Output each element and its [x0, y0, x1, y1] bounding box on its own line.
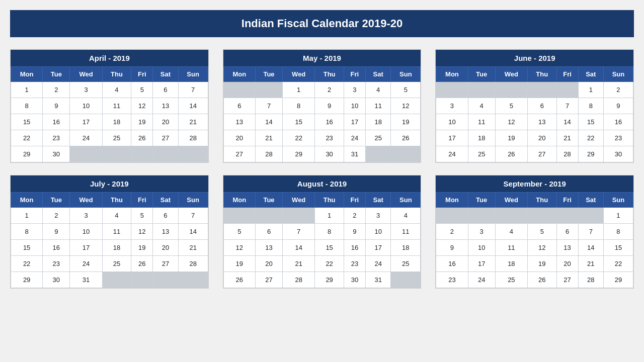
calendar-cell: 5: [391, 82, 421, 98]
calendar-cell: 13: [255, 240, 282, 256]
calendar-cell: [255, 82, 282, 98]
calendar-cell: 26: [495, 146, 527, 162]
calendar-cell: 22: [578, 130, 603, 146]
calendar-cell: 21: [578, 256, 603, 272]
calendar-cell: 18: [365, 114, 390, 130]
calendar-cell: 13: [153, 224, 178, 240]
day-header-thu: Thu: [102, 193, 131, 208]
day-header-sun: Sun: [391, 67, 421, 82]
calendar-cell: 23: [344, 256, 365, 272]
day-header-thu: Thu: [528, 193, 557, 208]
day-header-fri: Fri: [131, 67, 153, 82]
calendar-cell: [102, 272, 131, 288]
calendar-cell: 10: [365, 224, 390, 240]
calendar-cell: 11: [468, 114, 495, 130]
day-header-wed: Wed: [70, 193, 102, 208]
day-header-fri: Fri: [344, 193, 365, 208]
day-header-sat: Sat: [153, 67, 178, 82]
calendar-cell: 29: [315, 272, 344, 288]
calendar-cell: 2: [315, 82, 344, 98]
calendar-cell: 27: [153, 130, 178, 146]
calendar-cell: 10: [344, 98, 365, 114]
calendar-cell: 12: [131, 98, 153, 114]
calendar-cell: 4: [468, 98, 495, 114]
day-header-fri: Fri: [556, 193, 578, 208]
calendar-cell: 21: [283, 256, 315, 272]
calendar-cell: [102, 146, 131, 162]
calendar-may-2019: May - 2019MonTueWedThuFriSatSun123456789…: [223, 49, 422, 163]
calendar-cell: 10: [468, 240, 495, 256]
calendar-cell: 12: [131, 224, 153, 240]
calendar-cell: 14: [283, 240, 315, 256]
day-header-wed: Wed: [70, 67, 102, 82]
day-header-sat: Sat: [578, 67, 603, 82]
calendar-cell: 26: [528, 272, 557, 288]
calendar-cell: 27: [255, 272, 282, 288]
calendar-cell: 5: [131, 208, 153, 224]
calendar-cell: 3: [70, 208, 102, 224]
day-header-fri: Fri: [131, 193, 153, 208]
calendar-cell: 11: [495, 240, 527, 256]
calendar-cell: 8: [315, 224, 344, 240]
calendar-cell: 19: [391, 114, 421, 130]
calendar-june-2019: June - 2019MonTueWedThuFriSatSun12345678…: [435, 49, 634, 163]
calendar-cell: [70, 146, 102, 162]
calendar-cell: 4: [391, 208, 421, 224]
calendar-cell: [153, 272, 178, 288]
calendar-cell: 23: [436, 272, 468, 288]
calendar-title-may-2019: May - 2019: [223, 50, 421, 66]
calendar-cell: 2: [43, 82, 70, 98]
calendar-cell: 20: [153, 240, 178, 256]
calendar-cell: [468, 82, 495, 98]
calendar-cell: 27: [153, 256, 178, 272]
calendar-cell: 28: [178, 256, 208, 272]
calendar-cell: 9: [603, 98, 633, 114]
calendar-cell: 20: [255, 256, 282, 272]
calendar-cell: 29: [11, 272, 43, 288]
calendar-cell: 17: [436, 130, 468, 146]
calendar-cell: 16: [436, 256, 468, 272]
calendar-cell: [495, 208, 527, 224]
calendar-title-april-2019: April - 2019: [11, 50, 208, 66]
calendar-cell: 4: [102, 208, 131, 224]
calendar-cell: 7: [556, 98, 578, 114]
calendar-cell: 7: [178, 82, 208, 98]
calendar-cell: 25: [102, 256, 131, 272]
calendar-cell: 24: [365, 256, 390, 272]
calendar-cell: 14: [578, 240, 603, 256]
calendar-title-august-2019: August - 2019: [223, 175, 421, 192]
calendar-cell: 24: [436, 146, 468, 162]
day-header-tue: Tue: [43, 193, 70, 208]
calendar-cell: 12: [495, 114, 527, 130]
calendar-cell: 20: [153, 114, 178, 130]
calendar-cell: 15: [11, 240, 43, 256]
calendar-cell: 24: [468, 272, 495, 288]
calendar-title-july-2019: July - 2019: [11, 175, 208, 192]
calendar-cell: 21: [178, 114, 208, 130]
calendar-cell: 17: [365, 240, 390, 256]
calendar-cell: 12: [223, 240, 255, 256]
day-header-sun: Sun: [603, 193, 633, 208]
calendar-cell: [468, 208, 495, 224]
calendar-cell: 7: [283, 224, 315, 240]
calendar-cell: 22: [603, 256, 633, 272]
calendar-cell: 30: [43, 146, 70, 162]
calendar-cell: 15: [603, 240, 633, 256]
day-header-mon: Mon: [11, 67, 43, 82]
day-header-mon: Mon: [223, 67, 255, 82]
calendar-cell: 27: [223, 146, 255, 162]
calendar-cell: 22: [11, 130, 43, 146]
calendar-cell: 4: [365, 82, 390, 98]
calendar-cell: 14: [255, 114, 282, 130]
calendar-cell: 8: [11, 98, 43, 114]
calendar-cell: [436, 82, 468, 98]
calendar-cell: 28: [178, 130, 208, 146]
calendar-cell: 24: [344, 130, 365, 146]
calendar-cell: 17: [468, 256, 495, 272]
calendar-cell: 19: [528, 256, 557, 272]
calendar-cell: 21: [255, 130, 282, 146]
calendar-cell: 26: [391, 130, 421, 146]
day-header-thu: Thu: [315, 193, 344, 208]
day-header-tue: Tue: [255, 67, 282, 82]
calendar-cell: [528, 82, 557, 98]
